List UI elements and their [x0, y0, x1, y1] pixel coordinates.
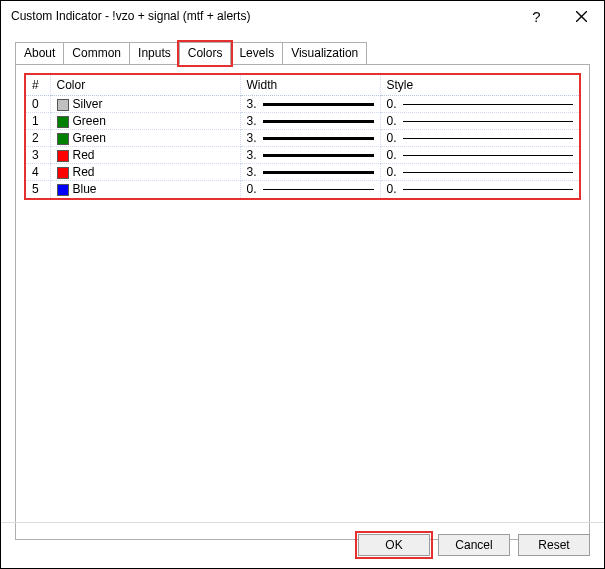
tab-about[interactable]: About — [15, 42, 64, 65]
tabstrip: About Common Inputs Colors Levels Visual… — [15, 41, 604, 64]
color-name: Silver — [73, 97, 103, 111]
table-row[interactable]: 0Silver3.0. — [26, 96, 579, 113]
close-button[interactable] — [559, 1, 604, 31]
style-preview-icon — [403, 172, 573, 173]
style-value: 0. — [387, 182, 397, 196]
width-preview-icon — [263, 189, 374, 190]
cell-style[interactable]: 0. — [380, 164, 579, 181]
color-swatch-icon — [57, 184, 69, 196]
width-preview-icon — [263, 120, 374, 123]
colors-table: # Color Width Style 0Silver3.0.1Green3.0… — [26, 75, 579, 198]
width-value: 3. — [247, 148, 257, 162]
ok-button[interactable]: OK — [358, 534, 430, 556]
style-value: 0. — [387, 97, 397, 111]
style-value: 0. — [387, 131, 397, 145]
col-header-width[interactable]: Width — [240, 75, 380, 96]
color-name: Red — [73, 165, 95, 179]
width-value: 3. — [247, 114, 257, 128]
color-name: Green — [73, 131, 106, 145]
cell-idx: 3 — [26, 147, 50, 164]
width-preview-icon — [263, 137, 374, 140]
tab-levels[interactable]: Levels — [230, 42, 283, 65]
window-title: Custom Indicator - !vzo + signal (mtf + … — [11, 9, 514, 23]
cell-width[interactable]: 3. — [240, 130, 380, 147]
color-swatch-icon — [57, 99, 69, 111]
cell-color[interactable]: Green — [50, 130, 240, 147]
colors-table-highlight: # Color Width Style 0Silver3.0.1Green3.0… — [24, 73, 581, 200]
color-name: Red — [73, 148, 95, 162]
table-row[interactable]: 5Blue0.0. — [26, 181, 579, 198]
reset-button[interactable]: Reset — [518, 534, 590, 556]
cell-style[interactable]: 0. — [380, 96, 579, 113]
tab-inputs[interactable]: Inputs — [129, 42, 180, 65]
cell-width[interactable]: 3. — [240, 113, 380, 130]
separator — [1, 522, 604, 523]
table-row[interactable]: 4Red3.0. — [26, 164, 579, 181]
col-header-style[interactable]: Style — [380, 75, 579, 96]
table-row[interactable]: 3Red3.0. — [26, 147, 579, 164]
cell-idx: 1 — [26, 113, 50, 130]
style-preview-icon — [403, 104, 573, 105]
width-value: 3. — [247, 131, 257, 145]
cancel-button[interactable]: Cancel — [438, 534, 510, 556]
cell-width[interactable]: 3. — [240, 96, 380, 113]
cell-idx: 0 — [26, 96, 50, 113]
cell-idx: 4 — [26, 164, 50, 181]
help-button[interactable]: ? — [514, 1, 559, 31]
cell-color[interactable]: Green — [50, 113, 240, 130]
tab-visualization[interactable]: Visualization — [282, 42, 367, 65]
cell-style[interactable]: 0. — [380, 130, 579, 147]
color-swatch-icon — [57, 116, 69, 128]
style-preview-icon — [403, 189, 573, 190]
tab-colors[interactable]: Colors — [179, 42, 232, 65]
style-value: 0. — [387, 114, 397, 128]
cell-color[interactable]: Blue — [50, 181, 240, 198]
dialog-buttons: OK Cancel Reset — [358, 534, 590, 556]
width-preview-icon — [263, 171, 374, 174]
tab-common[interactable]: Common — [63, 42, 130, 65]
width-preview-icon — [263, 103, 374, 106]
cell-width[interactable]: 3. — [240, 147, 380, 164]
style-preview-icon — [403, 138, 573, 139]
table-row[interactable]: 1Green3.0. — [26, 113, 579, 130]
cell-style[interactable]: 0. — [380, 181, 579, 198]
col-header-color[interactable]: Color — [50, 75, 240, 96]
cell-color[interactable]: Red — [50, 147, 240, 164]
style-value: 0. — [387, 165, 397, 179]
color-swatch-icon — [57, 167, 69, 179]
width-value: 0. — [247, 182, 257, 196]
style-preview-icon — [403, 121, 573, 122]
table-row[interactable]: 2Green3.0. — [26, 130, 579, 147]
titlebar: Custom Indicator - !vzo + signal (mtf + … — [1, 1, 604, 31]
style-value: 0. — [387, 148, 397, 162]
color-swatch-icon — [57, 133, 69, 145]
cell-style[interactable]: 0. — [380, 113, 579, 130]
width-value: 3. — [247, 165, 257, 179]
close-icon — [576, 11, 587, 22]
style-preview-icon — [403, 155, 573, 156]
cell-width[interactable]: 0. — [240, 181, 380, 198]
color-swatch-icon — [57, 150, 69, 162]
cell-idx: 5 — [26, 181, 50, 198]
tab-content: # Color Width Style 0Silver3.0.1Green3.0… — [15, 64, 590, 540]
cell-color[interactable]: Red — [50, 164, 240, 181]
width-preview-icon — [263, 154, 374, 157]
cell-width[interactable]: 3. — [240, 164, 380, 181]
width-value: 3. — [247, 97, 257, 111]
color-name: Blue — [73, 182, 97, 196]
cell-idx: 2 — [26, 130, 50, 147]
color-name: Green — [73, 114, 106, 128]
cell-color[interactable]: Silver — [50, 96, 240, 113]
cell-style[interactable]: 0. — [380, 147, 579, 164]
col-header-idx[interactable]: # — [26, 75, 50, 96]
